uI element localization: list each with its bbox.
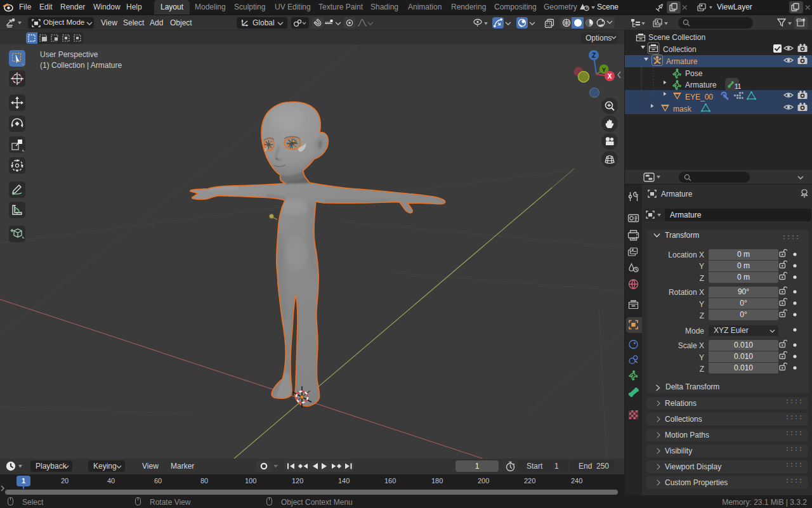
svg-text:Z: Z: [592, 52, 596, 59]
svg-text:X: X: [608, 73, 612, 80]
svg-text:Y: Y: [602, 66, 606, 73]
